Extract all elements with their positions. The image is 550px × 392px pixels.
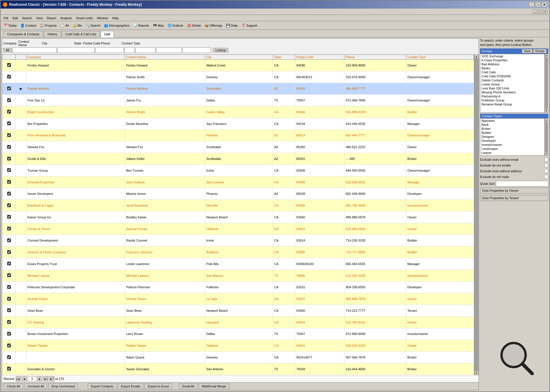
menu-edit[interactable]: Edit [11, 16, 20, 20]
close-button[interactable]: ✕ [541, 2, 547, 7]
tab-cold-calls[interactable]: Cold Calls & Call Lists [62, 31, 100, 37]
table-row[interactable]: Price Newman & Mcdonald Phoenix AZ 85014… [2, 130, 474, 141]
col-postal-header[interactable]: Postal Code [295, 55, 344, 60]
inner-restore-button[interactable]: □ [538, 10, 543, 14]
row-checkbox[interactable] [7, 344, 11, 347]
table-row[interactable]: Sean Bean Sean Bean Newport Beach CA 926… [2, 305, 474, 317]
menu-file[interactable]: File [2, 16, 10, 20]
col-city-header[interactable]: City [205, 55, 273, 60]
table-row[interactable]: Vicente Flores Vicente Flores La Jolla C… [2, 293, 474, 305]
table-row[interactable]: Coronel Development Randy Coronel Irvine… [2, 235, 474, 246]
row-checkbox-cell[interactable] [2, 340, 16, 352]
email-all-button[interactable]: Email All [179, 383, 197, 389]
groups-scroll-up[interactable]: ▲ [545, 54, 548, 57]
row-checkbox[interactable] [7, 215, 11, 219]
window-controls[interactable]: _ □ ✕ [529, 2, 547, 7]
row-checkbox-cell[interactable] [2, 164, 16, 176]
row-checkbox[interactable] [7, 285, 11, 289]
table-row[interactable]: Kaiser Group Inc Bradley Kaiser Newport … [2, 211, 474, 223]
groups-button[interactable]: Groups [533, 49, 547, 53]
all-button[interactable]: All [3, 48, 12, 52]
row-checkbox-cell[interactable] [2, 328, 16, 340]
page-number-input[interactable] [28, 376, 36, 381]
export-emails-button[interactable]: Export Emails [118, 383, 144, 389]
group-cold-calls[interactable]: Cold Calls [480, 70, 544, 74]
row-checkbox[interactable] [7, 320, 11, 324]
toolbar-support[interactable]: ❓Support [240, 22, 259, 29]
toolbar-property[interactable]: 🏠Property [38, 22, 58, 29]
exclude-no-email-checkbox[interactable] [544, 158, 548, 162]
scroll-down-button[interactable]: ▼ [474, 371, 478, 375]
minimize-button[interactable]: _ [529, 2, 535, 7]
row-checkbox[interactable] [7, 227, 11, 230]
group-less-100[interactable]: Less than 100 Units [480, 86, 544, 90]
row-checkbox[interactable] [7, 110, 11, 113]
table-row[interactable]: Peterson Development Corporatio Patricia… [2, 281, 474, 293]
types-scrollbar[interactable]: ▲ ▼ [544, 118, 548, 156]
toolbar-contact[interactable]: 👤Contact [19, 22, 38, 29]
goto-tenant-button[interactable]: Goto Properties by Tenant [480, 195, 548, 201]
menu-view[interactable]: View [34, 16, 45, 20]
row-checkbox-cell[interactable] [2, 305, 16, 317]
row-checkbox-cell[interactable] [2, 60, 16, 71]
row-checkbox[interactable] [7, 121, 11, 125]
state-filter-input[interactable] [124, 47, 135, 53]
group-delete-contacts[interactable]: Delete Contacts [480, 78, 544, 82]
table-row[interactable]: Adam Quack Downey GA 902414677 567-456-7… [2, 352, 474, 363]
uncheck-all-button[interactable]: Uncheck All [24, 383, 47, 389]
row-checkbox-cell[interactable] [2, 83, 16, 95]
col-phone-header[interactable]: Phone [344, 55, 406, 60]
group-cold-calls-date[interactable]: Cold Calls 07062006 [480, 74, 544, 78]
table-row[interactable]: Fenley Howard Fenley Howard Walnut Creek… [2, 60, 474, 71]
row-checkbox[interactable] [7, 262, 11, 265]
row-checkbox-cell[interactable] [2, 118, 16, 130]
row-checkbox-cell[interactable] [2, 188, 16, 200]
table-row[interactable]: Patrick Smith Downey CA 902403013 310-67… [2, 71, 474, 83]
row-checkbox[interactable] [7, 367, 11, 371]
table-row[interactable]: CC Yearling Lawrence Yearling Hayward CA… [2, 316, 474, 328]
types-scroll-up[interactable]: ▲ [545, 118, 548, 122]
menu-report[interactable]: Report [45, 16, 58, 20]
row-checkbox[interactable] [7, 297, 11, 301]
type-lawyer[interactable]: Lawyer [480, 151, 544, 155]
type-appraiser[interactable]: Appraiser [480, 119, 544, 123]
type-builder[interactable]: Builder [480, 131, 544, 135]
contact-type-filter-input[interactable] [182, 47, 211, 53]
menu-smart-links[interactable]: Smart-Links [74, 16, 95, 20]
col-contact-header[interactable]: Contact Name [125, 55, 205, 60]
groups-scroll-down[interactable]: ▼ [545, 109, 548, 113]
menu-search[interactable]: Search [20, 16, 34, 20]
menu-analysis[interactable]: Analysis [58, 16, 74, 20]
row-checkbox-cell[interactable] [2, 223, 16, 235]
groups-save-button[interactable]: Save [522, 49, 533, 53]
maximize-button[interactable]: □ [535, 2, 541, 7]
row-checkbox[interactable] [7, 87, 11, 90]
type-broker[interactable]: Broker [480, 127, 544, 131]
table-row[interactable]: Essex Property Trust Lester Lawrence Pal… [2, 258, 474, 270]
row-checkbox-cell[interactable] [2, 235, 16, 246]
tab-list[interactable]: List [101, 31, 114, 37]
toolbar-outlook[interactable]: 🌐Outlook [166, 22, 185, 29]
col-state-header[interactable]: State [273, 55, 295, 60]
table-row[interactable]: Inmon Developers Maxine Inmon Phoenix AZ… [2, 188, 474, 200]
row-checkbox-cell[interactable] [2, 281, 16, 293]
row-checkbox[interactable] [7, 98, 11, 102]
row-checkbox[interactable] [7, 332, 11, 336]
toolbar-demographics[interactable]: 👥Demographics [102, 22, 131, 29]
row-checkbox-cell[interactable] [2, 363, 16, 375]
row-checkbox[interactable] [7, 157, 11, 160]
toolbar-today[interactable]: 📅Today [2, 22, 18, 29]
group-a-class[interactable]: A Class Properties [480, 58, 544, 62]
page-last-button[interactable]: ►| [43, 376, 48, 381]
group-retail[interactable]: Rename Retail Group [480, 102, 544, 106]
row-checkbox[interactable] [7, 63, 11, 67]
postal-filter-input[interactable] [135, 47, 155, 53]
phone-filter-input[interactable] [156, 47, 182, 53]
city-filter-input[interactable] [95, 47, 124, 53]
row-checkbox[interactable] [7, 145, 11, 149]
inner-close-button[interactable]: ✕ [543, 10, 548, 14]
type-bank[interactable]: Bank [480, 123, 544, 127]
menu-window[interactable]: Window [95, 16, 110, 20]
toolbar-data[interactable]: 💾Data [224, 22, 239, 29]
row-checkbox-cell[interactable] [2, 246, 16, 258]
